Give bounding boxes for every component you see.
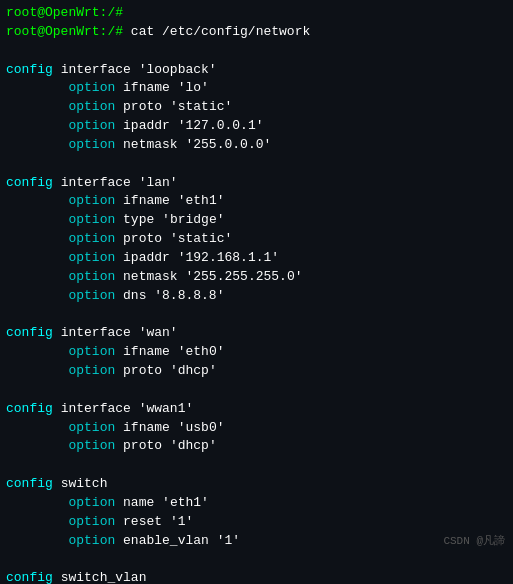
- opt-kw-8: option: [68, 250, 115, 265]
- keyword-config-6: config: [6, 570, 53, 584]
- opt-val-5: 'eth1': [178, 193, 225, 208]
- opt-ifname-lo: option ifname 'lo': [6, 79, 507, 98]
- opt-proto-lan: option proto 'static': [6, 230, 507, 249]
- opt-proto-wwan1: option proto 'dhcp': [6, 437, 507, 456]
- opt-val-4: '255.0.0.0': [185, 137, 271, 152]
- opt-kw-15: option: [68, 495, 115, 510]
- keyword-config-1: config: [6, 62, 53, 77]
- opt-key-15: name: [123, 495, 154, 510]
- cmd-cat: cat /etc/config/network: [131, 24, 310, 39]
- opt-kw-6: option: [68, 212, 115, 227]
- opt-key-12: proto: [123, 363, 162, 378]
- keyword-config-5: config: [6, 476, 53, 491]
- opt-val-16: '1': [170, 514, 193, 529]
- opt-key-11: ifname: [123, 344, 170, 359]
- opt-key-3: ipaddr: [123, 118, 170, 133]
- prompt-1: root@OpenWrt:/#: [6, 5, 123, 20]
- config-val-4: 'wwan1': [139, 401, 194, 416]
- opt-val-7: 'static': [170, 231, 232, 246]
- config-name-3: interface: [61, 325, 131, 340]
- opt-val-2: 'static': [170, 99, 232, 114]
- opt-name-switch: option name 'eth1': [6, 494, 507, 513]
- opt-val-10: '8.8.8.8': [154, 288, 224, 303]
- opt-key-5: ifname: [123, 193, 170, 208]
- config-name-4: interface: [61, 401, 131, 416]
- blank-5: [6, 456, 507, 475]
- opt-key-6: type: [123, 212, 154, 227]
- opt-kw-13: option: [68, 420, 115, 435]
- opt-ipaddr-lo: option ipaddr '127.0.0.1': [6, 117, 507, 136]
- opt-kw-11: option: [68, 344, 115, 359]
- opt-proto-wan: option proto 'dhcp': [6, 362, 507, 381]
- opt-val-11: 'eth0': [178, 344, 225, 359]
- opt-key-7: proto: [123, 231, 162, 246]
- opt-proto-static-lo: option proto 'static': [6, 98, 507, 117]
- opt-val-1: 'lo': [178, 80, 209, 95]
- line-2: root@OpenWrt:/# cat /etc/config/network: [6, 23, 507, 42]
- config-lan: config interface 'lan': [6, 174, 507, 193]
- opt-netmask-lo: option netmask '255.0.0.0': [6, 136, 507, 155]
- config-name-1: interface: [61, 62, 131, 77]
- config-name-5: switch: [61, 476, 108, 491]
- keyword-config-3: config: [6, 325, 53, 340]
- config-wwan1: config interface 'wwan1': [6, 400, 507, 419]
- opt-kw-5: option: [68, 193, 115, 208]
- opt-ipaddr-lan: option ipaddr '192.168.1.1': [6, 249, 507, 268]
- opt-val-6: 'bridge': [162, 212, 224, 227]
- opt-ifname-wwan1: option ifname 'usb0': [6, 419, 507, 438]
- opt-reset-switch: option reset '1': [6, 513, 507, 532]
- opt-kw-12: option: [68, 363, 115, 378]
- opt-val-12: 'dhcp': [170, 363, 217, 378]
- opt-key-2: proto: [123, 99, 162, 114]
- opt-kw-2: option: [68, 99, 115, 114]
- opt-kw-7: option: [68, 231, 115, 246]
- config-loopback: config interface 'loopback': [6, 61, 507, 80]
- config-switch: config switch: [6, 475, 507, 494]
- prompt-2: root@OpenWrt:/#: [6, 24, 131, 39]
- config-val-1: 'loopback': [139, 62, 217, 77]
- blank-2: [6, 155, 507, 174]
- keyword-config-2: config: [6, 175, 53, 190]
- config-name-2: interface: [61, 175, 131, 190]
- line-1: root@OpenWrt:/#: [6, 4, 507, 23]
- blank-1: [6, 42, 507, 61]
- opt-val-9: '255.255.255.0': [185, 269, 302, 284]
- opt-kw-17: option: [68, 533, 115, 548]
- opt-val-14: 'dhcp': [170, 438, 217, 453]
- opt-dns-lan: option dns '8.8.8.8': [6, 287, 507, 306]
- opt-val-13: 'usb0': [178, 420, 225, 435]
- opt-kw-9: option: [68, 269, 115, 284]
- config-val-3: 'wan': [139, 325, 178, 340]
- config-wan: config interface 'wan': [6, 324, 507, 343]
- opt-key-16: reset: [123, 514, 162, 529]
- opt-val-3: '127.0.0.1': [178, 118, 264, 133]
- opt-kw-4: option: [68, 137, 115, 152]
- opt-key-10: dns: [123, 288, 146, 303]
- opt-type-lan: option type 'bridge': [6, 211, 507, 230]
- opt-kw-1: option: [68, 80, 115, 95]
- opt-val-15: 'eth1': [162, 495, 209, 510]
- opt-ifname-wan: option ifname 'eth0': [6, 343, 507, 362]
- config-name-6: switch_vlan: [61, 570, 147, 584]
- blank-4: [6, 381, 507, 400]
- terminal-window: root@OpenWrt:/# root@OpenWrt:/# cat /etc…: [0, 0, 513, 584]
- opt-kw-10: option: [68, 288, 115, 303]
- keyword-config-4: config: [6, 401, 53, 416]
- opt-key-14: proto: [123, 438, 162, 453]
- opt-kw-3: option: [68, 118, 115, 133]
- opt-key-8: ipaddr: [123, 250, 170, 265]
- opt-key-17: enable_vlan: [123, 533, 209, 548]
- terminal-output: root@OpenWrt:/# root@OpenWrt:/# cat /etc…: [6, 4, 507, 584]
- opt-key-4: netmask: [123, 137, 178, 152]
- config-val-2: 'lan': [139, 175, 178, 190]
- opt-key-1: ifname: [123, 80, 170, 95]
- opt-val-8: '192.168.1.1': [178, 250, 279, 265]
- blank-3: [6, 306, 507, 325]
- opt-netmask-lan: option netmask '255.255.255.0': [6, 268, 507, 287]
- opt-enable-vlan-switch: option enable_vlan '1': [6, 532, 507, 551]
- config-switch-vlan: config switch_vlan: [6, 569, 507, 584]
- blank-6: [6, 550, 507, 569]
- opt-key-13: ifname: [123, 420, 170, 435]
- watermark: CSDN @凡諦: [443, 533, 505, 548]
- opt-kw-16: option: [68, 514, 115, 529]
